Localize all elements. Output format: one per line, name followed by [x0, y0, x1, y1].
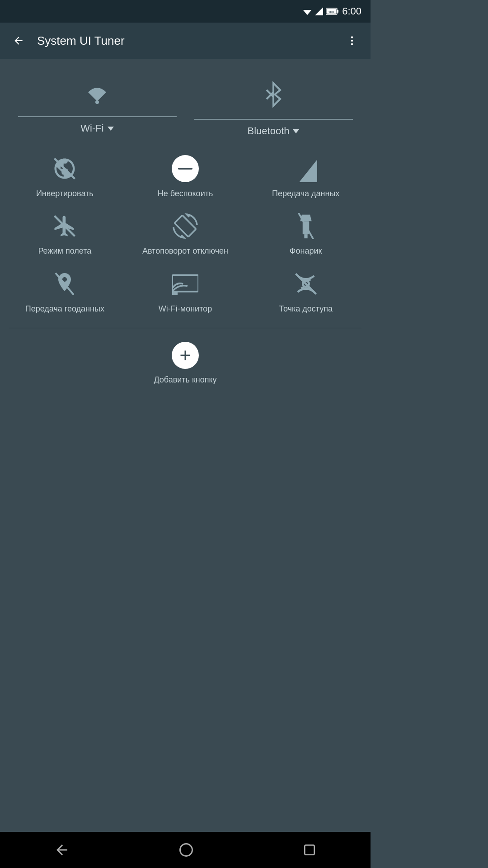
signal-status-icon [315, 7, 323, 15]
dnd-icon [169, 155, 201, 182]
bluetooth-dropdown-arrow [293, 129, 299, 133]
wifi-tile-label: Wi-Fi [80, 123, 103, 134]
svg-marker-12 [299, 160, 317, 182]
dnd-circle [172, 155, 199, 182]
location-item[interactable]: Передача геоданных [5, 270, 125, 314]
nav-bar [0, 832, 371, 868]
cast-item[interactable]: Wi-Fi-монитор [125, 270, 246, 314]
airplane-label: Режим полета [38, 246, 91, 256]
wifi-tile[interactable]: Wi-Fi [18, 81, 177, 137]
svg-marker-0 [303, 10, 311, 15]
svg-rect-17 [172, 275, 198, 291]
invert-item[interactable]: Инвертировать [5, 155, 125, 199]
flashlight-label: Фонарик [290, 246, 322, 256]
quick-settings-grid: Инвертировать Не беспокоить Передача дан… [0, 142, 371, 314]
svg-point-22 [180, 844, 192, 856]
bluetooth-tile-label-row[interactable]: Bluetooth [248, 125, 300, 137]
bluetooth-tile-icon [262, 81, 285, 113]
status-time: 6:00 [342, 5, 361, 17]
data-item[interactable]: Передача данных [245, 155, 366, 199]
status-icons: 100 [302, 7, 338, 15]
app-bar-title: System UI Tuner [37, 34, 333, 48]
status-bar: 100 6:00 [0, 0, 371, 23]
bluetooth-tile[interactable]: Bluetooth [194, 81, 353, 137]
bluetooth-tile-label: Bluetooth [248, 125, 290, 137]
nav-home-button[interactable] [178, 842, 194, 858]
svg-rect-3 [337, 10, 338, 13]
back-button[interactable] [9, 31, 28, 50]
add-button-icon [172, 342, 199, 369]
wifi-status-icon [302, 7, 312, 15]
svg-text:100: 100 [328, 10, 334, 14]
main-content: Wi-Fi Bluetooth [0, 59, 371, 394]
flashlight-icon [290, 212, 322, 240]
svg-marker-1 [315, 7, 323, 15]
cast-icon [169, 270, 201, 297]
cast-label: Wi-Fi-монитор [159, 304, 212, 314]
flashlight-item[interactable]: Фонарик [245, 212, 366, 256]
svg-point-7 [351, 40, 353, 42]
location-label: Передача геоданных [25, 304, 104, 314]
svg-point-6 [351, 36, 353, 38]
top-tiles: Wi-Fi Bluetooth [0, 68, 371, 142]
hotspot-icon [290, 270, 322, 297]
airplane-icon [49, 212, 80, 240]
nav-back-button[interactable] [54, 842, 70, 858]
svg-rect-11 [178, 168, 192, 170]
wifi-tile-icon [83, 81, 112, 111]
rotate-item[interactable]: Автоповорот отключен [125, 212, 246, 256]
wifi-dropdown-arrow [108, 127, 114, 131]
airplane-item[interactable]: Режим полета [5, 212, 125, 256]
add-section[interactable]: Добавить кнопку [0, 328, 371, 394]
dnd-item[interactable]: Не беспокоить [125, 155, 246, 199]
invert-icon [49, 155, 80, 182]
hotspot-item[interactable]: Точка доступа [245, 270, 366, 314]
battery-status-icon: 100 [326, 8, 338, 15]
hotspot-label: Точка доступа [279, 304, 333, 314]
nav-recents-button[interactable] [302, 843, 317, 857]
rotate-icon [169, 212, 201, 240]
wifi-tile-divider [18, 116, 177, 117]
svg-point-8 [351, 43, 353, 45]
svg-rect-23 [305, 845, 314, 854]
bluetooth-tile-divider [194, 119, 353, 120]
invert-label: Инвертировать [36, 189, 94, 199]
add-button-label: Добавить кнопку [154, 375, 216, 385]
wifi-tile-label-row[interactable]: Wi-Fi [80, 123, 113, 134]
svg-rect-18 [172, 292, 178, 295]
dnd-label: Не беспокоить [158, 189, 213, 199]
app-bar: System UI Tuner [0, 23, 371, 59]
svg-point-9 [95, 100, 99, 104]
location-icon [49, 270, 80, 297]
more-options-button[interactable] [343, 31, 361, 50]
rotate-label: Автоповорот отключен [142, 246, 228, 256]
data-label: Передача данных [272, 189, 339, 199]
data-icon [290, 155, 322, 182]
